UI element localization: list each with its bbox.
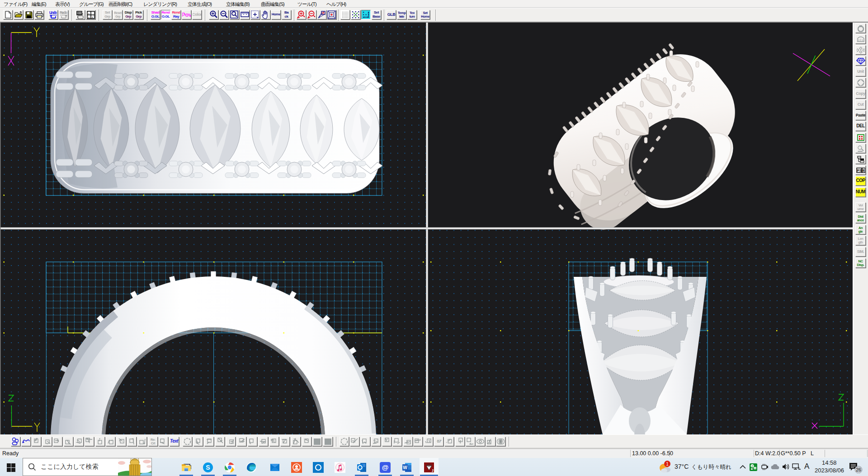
svg-text:x: x bbox=[88, 12, 90, 14]
svg-text:E: E bbox=[863, 168, 865, 173]
svg-text:26: 26 bbox=[856, 467, 861, 472]
svg-text:W: W bbox=[403, 465, 407, 470]
svg-text:Undo: Undo bbox=[49, 11, 57, 15]
svg-text:S: S bbox=[206, 464, 210, 471]
svg-text:1: 1 bbox=[666, 462, 669, 467]
svg-text:FS: FS bbox=[857, 168, 862, 173]
svg-text:J: J bbox=[432, 469, 434, 473]
svg-text:@: @ bbox=[382, 463, 389, 471]
svg-text:Redo: Redo bbox=[60, 11, 67, 15]
svg-text:z: z bbox=[92, 16, 93, 19]
svg-text:y: y bbox=[88, 16, 90, 19]
